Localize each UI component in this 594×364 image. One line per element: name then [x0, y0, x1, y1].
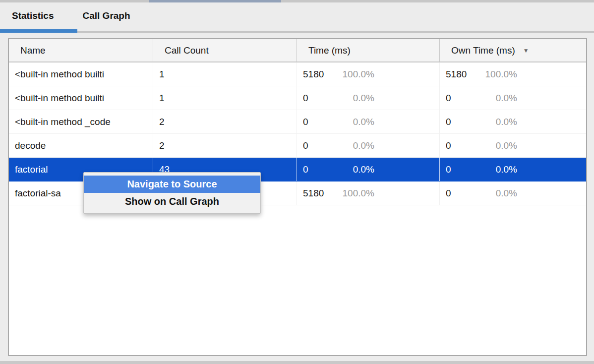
- tab-call-graph[interactable]: Call Graph: [70, 2, 142, 29]
- column-header-label: Call Count: [165, 45, 209, 56]
- column-header-label: Name: [20, 45, 46, 56]
- time-cell: 5180 100.0%: [297, 62, 440, 86]
- time-value: 5180: [303, 188, 333, 199]
- own-time-cell: 0 0.0%: [440, 182, 586, 205]
- column-header-label: Own Time (ms): [451, 45, 515, 56]
- own-time-value: 0: [446, 93, 475, 104]
- own-time-cell: 0 0.0%: [440, 86, 586, 110]
- table-row[interactable]: <built-in method _code 2 0 0.0% 0 0.0%: [9, 110, 586, 134]
- time-percent: 0.0%: [333, 140, 374, 151]
- time-cell: 5180 100.0%: [297, 182, 440, 205]
- time-cell: 0 0.0%: [297, 110, 440, 133]
- own-time-percent: 0.0%: [475, 140, 517, 151]
- own-time-value: 0: [446, 164, 475, 175]
- column-header-label: Time (ms): [308, 45, 351, 56]
- call-count-cell: 1: [153, 86, 297, 110]
- table-row[interactable]: <built-in method builti 1 0 0.0% 0 0.0%: [9, 86, 586, 110]
- name-cell: <built-in method _code: [9, 110, 153, 133]
- menu-item-show-on-call-graph[interactable]: Show on Call Graph: [84, 193, 260, 210]
- own-time-value: 0: [446, 140, 475, 151]
- time-percent: 0.0%: [333, 164, 374, 175]
- column-header-own-time[interactable]: Own Time (ms) ▼: [440, 39, 586, 61]
- table-row[interactable]: <built-in method builti 1 5180 100.0% 51…: [9, 62, 586, 86]
- time-value: 5180: [303, 69, 333, 80]
- time-value: 0: [303, 117, 333, 127]
- own-time-percent: 0.0%: [475, 188, 517, 199]
- context-menu: Navigate to Source Show on Call Graph: [83, 172, 261, 214]
- name-cell: <built-in method builti: [9, 86, 153, 110]
- own-time-value: 0: [446, 117, 475, 127]
- name-cell: decode: [9, 134, 153, 157]
- tab-bar-divider: [77, 31, 594, 33]
- top-strip-accent: [149, 0, 281, 2]
- own-time-cell: 0 0.0%: [440, 158, 586, 181]
- active-tab-underline: [0, 29, 77, 33]
- column-header-name[interactable]: Name: [9, 39, 153, 61]
- tab-bar: Statistics Call Graph: [0, 2, 142, 29]
- time-value: 0: [303, 93, 333, 104]
- time-percent: 0.0%: [333, 117, 374, 127]
- table-header-row: Name Call Count Time (ms) Own Time (ms) …: [9, 39, 586, 62]
- time-percent: 100.0%: [333, 69, 374, 80]
- time-value: 0: [303, 164, 333, 175]
- sort-desc-icon: ▼: [523, 47, 529, 54]
- name-cell: <built-in method builti: [9, 62, 153, 86]
- time-cell: 0 0.0%: [297, 86, 440, 110]
- own-time-percent: 0.0%: [475, 117, 517, 127]
- call-count-cell: 1: [153, 62, 297, 86]
- time-value: 0: [303, 140, 333, 151]
- own-time-cell: 0 0.0%: [440, 134, 586, 157]
- call-count-cell: 2: [153, 134, 297, 157]
- call-count-cell: 2: [153, 110, 297, 133]
- own-time-cell: 0 0.0%: [440, 110, 586, 133]
- column-header-call-count[interactable]: Call Count: [153, 39, 297, 61]
- window-bottom-strip: [0, 361, 594, 364]
- table-row[interactable]: decode 2 0 0.0% 0 0.0%: [9, 134, 586, 158]
- column-header-time[interactable]: Time (ms): [297, 39, 440, 61]
- own-time-percent: 100.0%: [475, 69, 517, 80]
- own-time-percent: 0.0%: [475, 93, 517, 104]
- time-percent: 0.0%: [333, 93, 374, 104]
- own-time-cell: 5180 100.0%: [440, 62, 586, 86]
- menu-item-navigate-to-source[interactable]: Navigate to Source: [84, 176, 260, 193]
- own-time-percent: 0.0%: [475, 164, 517, 175]
- own-time-value: 0: [446, 188, 475, 199]
- tab-statistics[interactable]: Statistics: [0, 2, 65, 29]
- own-time-value: 5180: [446, 69, 475, 80]
- time-cell: 0 0.0%: [297, 158, 440, 181]
- time-percent: 100.0%: [333, 188, 374, 199]
- time-cell: 0 0.0%: [297, 134, 440, 157]
